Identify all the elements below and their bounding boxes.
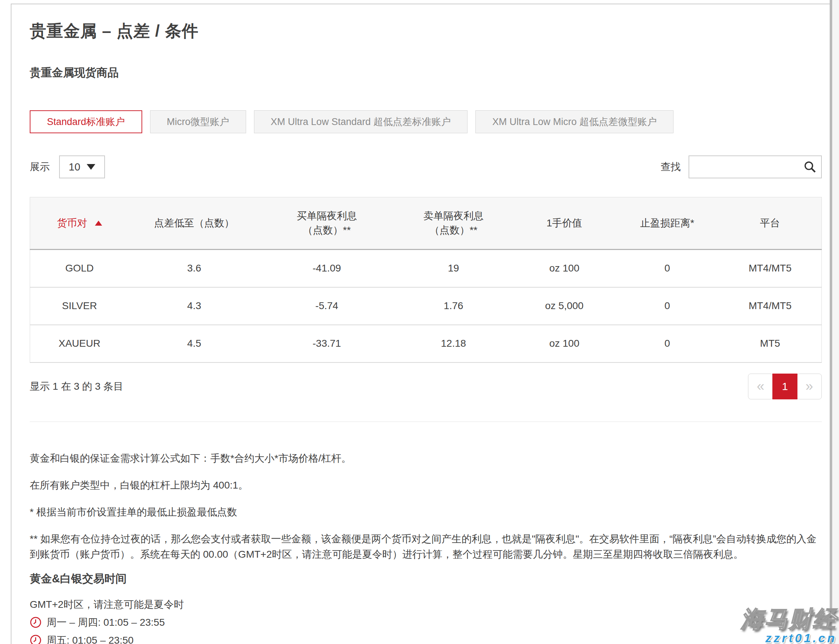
table-footer: 显示 1 在 3 的 3 条目 « 1 » — [30, 374, 822, 399]
cell-stop-level: 0 — [616, 287, 719, 325]
column-header-lot-value[interactable]: 1手价值 — [513, 197, 616, 250]
watermark: 海马财经 zzrt01.cn — [741, 608, 837, 644]
cell-platform: MT4/MT5 — [719, 287, 821, 325]
search-area: 查找 — [661, 156, 822, 178]
table-row: XAUEUR 4.5 -33.71 12.18 oz 100 0 MT5 — [30, 325, 822, 363]
cell-stop-level: 0 — [616, 250, 719, 287]
spreads-table: 货币对 点差低至（点数） 买单隔夜利息 （点数）** 卖单隔夜利息 （点数）**… — [30, 197, 822, 363]
trading-hours-heading: 黄金&白银交易时间 — [30, 571, 822, 586]
cell-swap-long: -33.71 — [259, 325, 394, 363]
timezone-note: GMT+2时区，请注意可能是夏令时 — [30, 598, 822, 611]
pagination-next-button[interactable]: » — [797, 374, 822, 399]
tab-ultra-low-standard-account[interactable]: XM Ultra Low Standard 超低点差标准账户 — [254, 110, 468, 133]
content-frame: 贵重金属 – 点差 / 条件 贵重金属现货商品 Standard标准账户 Mic… — [11, 3, 830, 644]
page-size-select[interactable]: 10 — [59, 156, 105, 178]
entries-summary: 显示 1 在 3 的 3 条目 — [30, 380, 123, 393]
pagination: « 1 » — [748, 374, 822, 399]
watermark-name: 海马财经 — [741, 608, 837, 630]
cell-lot-value: oz 100 — [513, 250, 616, 287]
table-row: GOLD 3.6 -41.09 19 oz 100 0 MT4/MT5 — [30, 250, 822, 287]
notes-section: 黄金和白银的保证金需求计算公式如下：手数*合约大小*市场价格/杠杆。 在所有账户… — [30, 450, 822, 562]
table-controls: 展示 10 查找 — [30, 156, 822, 178]
cell-platform: MT4/MT5 — [719, 250, 821, 287]
cell-lot-value: oz 5,000 — [513, 287, 616, 325]
tab-micro-account[interactable]: Micro微型账户 — [150, 110, 246, 133]
scrollbar-track[interactable] — [830, 0, 839, 644]
tab-ultra-low-micro-account[interactable]: XM Ultra Low Micro 超低点差微型账户 — [475, 110, 673, 133]
tab-standard-account[interactable]: Standard标准账户 — [30, 110, 142, 133]
search-icon — [803, 160, 817, 174]
search-box — [689, 156, 822, 178]
pair-header-label: 货币对 — [57, 216, 87, 230]
trading-hours-weekdays: 周一 – 周四: 01:05 – 23:55 — [30, 616, 822, 629]
clock-icon — [30, 616, 41, 628]
page-size-value: 10 — [69, 161, 80, 173]
cell-swap-long: -41.09 — [259, 250, 394, 287]
swap-footnote: ** 如果您有仓位持仓过夜的话，那么您会支付或者获取一些金额，该金额便是两个货币… — [30, 531, 822, 562]
cell-swap-long: -5.74 — [259, 287, 394, 325]
column-header-spread[interactable]: 点差低至（点数） — [129, 197, 260, 250]
cell-pair: XAUEUR — [30, 325, 129, 363]
account-type-tabs: Standard标准账户 Micro微型账户 XM Ultra Low Stan… — [30, 110, 822, 133]
margin-formula-note: 黄金和白银的保证金需求计算公式如下：手数*合约大小*市场价格/杠杆。 — [30, 450, 822, 466]
column-header-platform[interactable]: 平台 — [719, 197, 821, 250]
column-header-pair[interactable]: 货币对 — [30, 197, 129, 250]
clock-icon — [30, 634, 41, 644]
search-label: 查找 — [661, 160, 681, 174]
pagination-page-1-button[interactable]: 1 — [772, 374, 798, 399]
column-header-swap-short[interactable]: 卖单隔夜利息 （点数）** — [394, 197, 513, 250]
column-header-swap-long[interactable]: 买单隔夜利息 （点数）** — [259, 197, 394, 250]
watermark-site: zzrt01.cn — [741, 632, 837, 644]
cell-spread: 3.6 — [129, 250, 260, 287]
cell-swap-short: 1.76 — [394, 287, 513, 325]
column-header-stop-level[interactable]: 止盈损距离* — [616, 197, 719, 250]
table-row: SILVER 4.3 -5.74 1.76 oz 5,000 0 MT4/MT5 — [30, 287, 822, 325]
cell-platform: MT5 — [719, 325, 821, 363]
cell-pair: GOLD — [30, 250, 129, 287]
stop-level-footnote: * 根据当前市价设置挂单的最低止损盈最低点数 — [30, 504, 822, 520]
page-title: 贵重金属 – 点差 / 条件 — [30, 20, 822, 42]
sort-asc-icon — [95, 221, 102, 226]
cell-lot-value: oz 100 — [513, 325, 616, 363]
scrollbar-thumb[interactable] — [830, 0, 832, 644]
cell-pair: SILVER — [30, 287, 129, 325]
leverage-note: 在所有账户类型中，白银的杠杆上限均为 400:1。 — [30, 478, 822, 493]
cell-spread: 4.5 — [129, 325, 260, 363]
cell-stop-level: 0 — [616, 325, 719, 363]
cell-swap-short: 19 — [394, 250, 513, 287]
chevron-down-icon — [87, 164, 95, 170]
table-header-row: 货币对 点差低至（点数） 买单隔夜利息 （点数）** 卖单隔夜利息 （点数）**… — [30, 197, 822, 250]
cell-spread: 4.3 — [129, 287, 260, 325]
page-subtitle: 贵重金属现货商品 — [30, 65, 822, 80]
cell-swap-short: 12.18 — [394, 325, 513, 363]
show-label: 展示 — [30, 160, 50, 174]
trading-hours-friday: 周五: 01:05 – 23:50 — [30, 634, 822, 644]
pagination-prev-button[interactable]: « — [748, 374, 773, 399]
search-input[interactable] — [689, 156, 821, 177]
section-divider — [30, 422, 822, 422]
